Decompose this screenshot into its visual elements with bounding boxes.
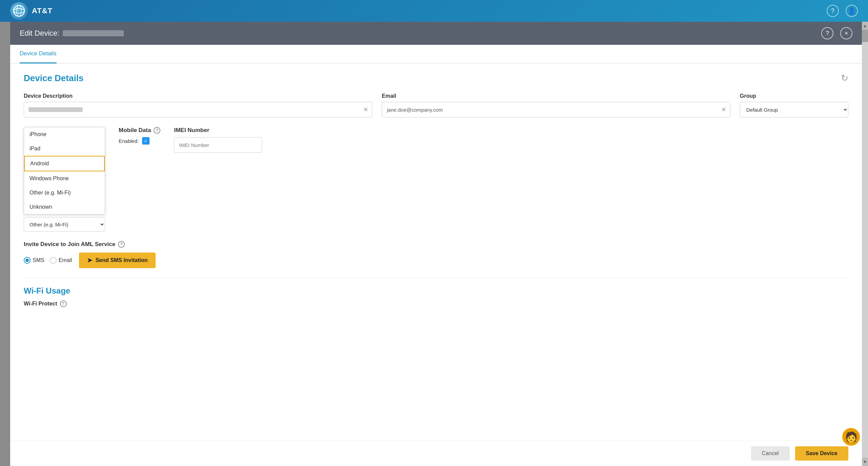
mobile-data-section: Mobile Data ? Enabled: ✓: [119, 127, 160, 145]
aml-label: Invite Device to Join AML Service: [24, 241, 115, 248]
aml-sms-radio[interactable]: [24, 257, 31, 264]
svg-point-0: [14, 5, 24, 16]
device-type-select-wrapper: iPhone iPad Android Windows Phone Other …: [24, 217, 105, 231]
aml-sms-radio-dot: [25, 259, 29, 262]
mobile-data-label: Mobile Data: [119, 127, 151, 134]
mobile-data-enabled: Enabled: ✓: [119, 137, 160, 145]
mobile-data-checkbox[interactable]: ✓: [142, 137, 150, 145]
att-logo-text: AT&T: [32, 6, 53, 15]
refresh-icon[interactable]: ↻: [841, 73, 848, 83]
device-type-dropdown-list: iPhone iPad Android Windows Phone Other …: [24, 127, 105, 215]
wifi-title: Wi-Fi Usage: [24, 286, 848, 296]
device-description-input-wrapper: ✕: [24, 102, 372, 117]
wifi-protect-label: Wi-Fi Protect ?: [24, 300, 848, 307]
scroll-arrow-down[interactable]: ▼: [862, 458, 868, 466]
app-bar-icons: ? 👤: [827, 5, 858, 17]
device-type-dropdown-container: iPhone iPad Android Windows Phone Other …: [24, 127, 105, 231]
aml-email-option[interactable]: Email: [50, 257, 72, 264]
group-select[interactable]: Default Group: [740, 102, 848, 117]
device-type-select[interactable]: iPhone iPad Android Windows Phone Other …: [24, 217, 105, 231]
imei-label: IMEI Number: [174, 127, 262, 134]
scroll-arrow-up[interactable]: ▲: [862, 22, 868, 30]
imei-section: IMEI Number: [174, 127, 262, 153]
imei-input[interactable]: [174, 137, 262, 153]
email-input-wrapper: jane.doe@company.com ✕: [382, 102, 730, 117]
send-sms-label: Send SMS Invitation: [96, 257, 148, 263]
aml-help-icon[interactable]: ?: [118, 241, 125, 248]
dropdown-item-unknown[interactable]: Unknown: [24, 200, 105, 214]
svg-point-1: [14, 8, 24, 13]
device-description-label: Device Description: [24, 93, 372, 99]
svg-point-2: [17, 5, 21, 16]
chat-avatar-icon: 🧑: [845, 431, 857, 443]
modal-content: Device Details Device Details ↻ Device D…: [10, 45, 862, 466]
send-sms-button[interactable]: ➤ Send SMS Invitation: [79, 253, 156, 268]
modal-header-icons: ? ×: [821, 27, 852, 39]
group-label: Group: [740, 93, 848, 99]
email-input[interactable]: jane.doe@company.com: [382, 102, 730, 117]
aml-controls: SMS Email ➤ Send SMS Invitation: [24, 253, 848, 268]
email-label: Email: [382, 93, 730, 99]
aml-email-label: Email: [59, 257, 72, 263]
group-select-wrapper: Default Group: [740, 102, 848, 117]
aml-header: Invite Device to Join AML Service ?: [24, 241, 848, 248]
section-header: Device Details ↻: [24, 73, 848, 83]
form-row-1: Device Description ✕ Email jane.doe@comp…: [24, 93, 848, 117]
modal-tabs: Device Details: [10, 45, 862, 63]
help-icon-appbar[interactable]: ?: [827, 5, 839, 17]
aml-sms-label: SMS: [33, 257, 44, 263]
save-device-button[interactable]: Save Device: [795, 446, 848, 461]
dropdown-item-iphone[interactable]: iPhone: [24, 127, 105, 142]
aml-sms-option[interactable]: SMS: [24, 257, 44, 264]
cancel-button[interactable]: Cancel: [751, 446, 790, 461]
modal-title-redacted: [63, 30, 124, 36]
wifi-protect-help-icon[interactable]: ?: [60, 300, 67, 307]
dropdown-item-android[interactable]: Android: [24, 156, 105, 171]
chat-avatar[interactable]: 🧑: [842, 428, 860, 446]
modal-help-icon[interactable]: ?: [821, 27, 833, 39]
email-group: Email jane.doe@company.com ✕: [382, 93, 730, 117]
modal-title-text: Edit Device:: [20, 29, 59, 38]
aml-radio-group: SMS Email: [24, 257, 72, 264]
device-description-clear-icon[interactable]: ✕: [363, 106, 368, 113]
dropdown-item-windows-phone[interactable]: Windows Phone: [24, 171, 105, 186]
modal-title: Edit Device:: [20, 29, 124, 38]
send-sms-icon: ➤: [87, 257, 92, 264]
aml-section: Invite Device to Join AML Service ? SMS: [24, 241, 848, 268]
aml-email-radio[interactable]: [50, 257, 57, 264]
group-field-group: Group Default Group: [740, 93, 848, 117]
user-icon-appbar[interactable]: 👤: [846, 5, 858, 17]
mobile-data-help-icon[interactable]: ?: [154, 127, 160, 134]
mobile-data-header: Mobile Data ?: [119, 127, 160, 134]
device-description-group: Device Description ✕: [24, 93, 372, 117]
wifi-section: Wi-Fi Usage Wi-Fi Protect ?: [24, 278, 848, 307]
modal-footer: Cancel Save Device: [10, 441, 862, 466]
form-area: Device Details ↻ Device Description ✕ Em…: [10, 63, 862, 441]
app-bar: AT&T ? 👤: [0, 0, 868, 22]
dropdown-item-ipad[interactable]: iPad: [24, 142, 105, 156]
form-row-2: iPhone iPad Android Windows Phone Other …: [24, 127, 848, 231]
modal-close-icon[interactable]: ×: [840, 27, 852, 39]
edit-device-modal: Edit Device: ? × Device Details Device D…: [10, 22, 862, 466]
section-title: Device Details: [24, 73, 83, 83]
mobile-data-enabled-label: Enabled:: [119, 138, 139, 144]
scrollbar[interactable]: [862, 22, 868, 466]
att-logo-icon: [10, 2, 28, 20]
email-clear-icon[interactable]: ✕: [721, 106, 726, 113]
dropdown-item-other[interactable]: Other (e.g. Mi-Fi): [24, 186, 105, 200]
modal-header: Edit Device: ? ×: [10, 22, 862, 45]
att-logo: AT&T: [10, 2, 53, 20]
tab-device-details[interactable]: Device Details: [20, 45, 57, 63]
wifi-protect-text: Wi-Fi Protect: [24, 301, 57, 307]
